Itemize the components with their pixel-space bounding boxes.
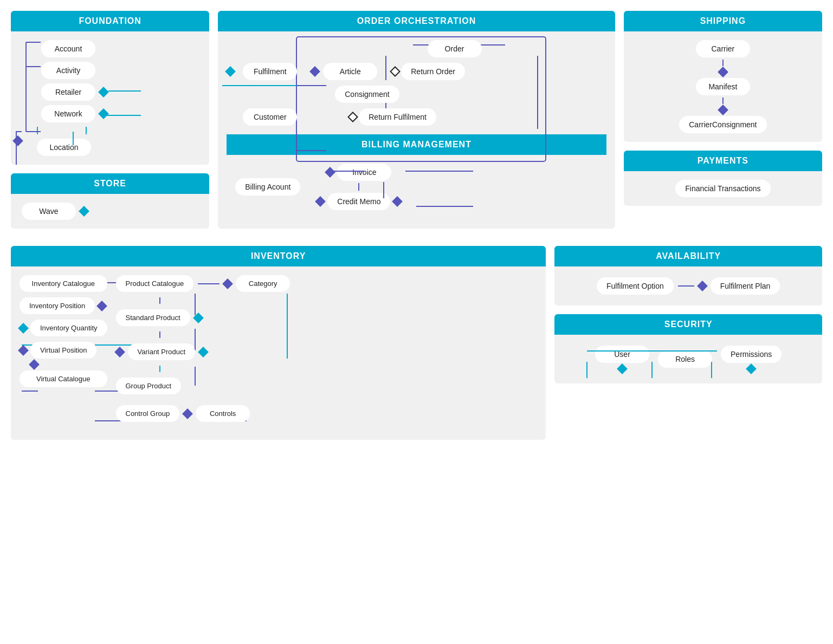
controls-node: Controls <box>196 405 250 422</box>
user-bottom-diamond <box>617 363 628 374</box>
retailer-diamond <box>98 87 109 97</box>
carrier-consignment-node: CarrierConsignment <box>679 116 766 133</box>
location-node: Location <box>37 139 91 156</box>
order-body: Order Fulfilment Article Return Order <box>218 31 615 227</box>
security-nodes: User Roles Permissions <box>563 346 813 373</box>
network-node: Network <box>41 105 95 122</box>
activity-node: Activity <box>41 62 95 79</box>
roles-node: Roles <box>658 350 712 368</box>
network-diamond <box>98 108 109 119</box>
carrier-consignment-diamond <box>718 105 728 115</box>
inv-position-diamond <box>96 301 107 311</box>
order-section: ORDER ORCHESTRATION <box>218 11 615 229</box>
account-node: Account <box>41 40 95 57</box>
credit-memo-right-diamond <box>392 196 403 207</box>
article-node: Article <box>323 63 377 80</box>
order-nodes: Order Fulfilment Article Return Order <box>227 40 606 126</box>
billing-header: BILLING MANAGEMENT <box>227 134 606 155</box>
store-section: STORE Wave <box>11 173 209 229</box>
inventory-left-col: Inventory Catalogue Inventory Position I… <box>20 275 107 422</box>
shipping-body: Carrier Manifest CarrierConsignment <box>624 31 822 142</box>
return-fulfilment-node: Return Fulfilment <box>359 108 436 126</box>
order-row1: Order <box>227 40 606 57</box>
billing-subsection: BILLING MANAGEMENT Billing Acount <box>227 134 606 219</box>
permissions-bottom-diamond <box>746 363 757 374</box>
return-order-node: Return Order <box>401 63 465 80</box>
inventory-position-node: Inventory Position <box>20 297 95 314</box>
inv-quantity-left-diamond <box>18 323 29 334</box>
main-grid: FOUNDATION <box>11 11 822 237</box>
fulfilment-left-diamond <box>225 66 236 77</box>
return-fulfilment-diamond <box>347 112 358 122</box>
billing-body: Billing Acount Invoice Credit Memo <box>227 155 606 219</box>
virtual-position-left-diamond <box>18 345 29 356</box>
inventory-layout: Inventory Catalogue Inventory Position I… <box>20 275 537 422</box>
availability-nodes: Fulfilment Option Fulfilment Plan <box>563 277 813 295</box>
inventory-position-row: Inventory Position <box>20 297 107 314</box>
inventory-body: Inventory Catalogue Inventory Position I… <box>11 266 546 440</box>
foundation-header: FOUNDATION <box>11 11 209 31</box>
store-header: STORE <box>11 173 209 194</box>
network-row: Network <box>22 105 198 122</box>
consignment-node: Consignment <box>335 86 399 103</box>
wave-node: Wave <box>22 203 76 220</box>
availability-diamond <box>697 281 708 291</box>
shipping-header: SHIPPING <box>624 11 822 31</box>
invoice-node: Invoice <box>337 164 391 181</box>
inventory-catalogue-node: Inventory Catalogue <box>20 275 107 292</box>
inventory-header: INVENTORY <box>11 246 546 266</box>
category-left-diamond <box>222 278 233 289</box>
order-row3: Consignment <box>227 86 606 103</box>
virtual-catalogue-node: Virtual Catalogue <box>20 370 107 387</box>
inventory-section: INVENTORY <box>11 246 546 440</box>
right-bottom: AVAILABILITY Fulfilment Option Fulfilmen… <box>554 246 822 440</box>
left-column: FOUNDATION <box>11 11 209 229</box>
standard-product-right-diamond <box>193 313 204 323</box>
invoice-diamond <box>325 167 335 178</box>
retailer-row: Retailer <box>22 83 198 101</box>
payments-header: PAYMENTS <box>624 151 822 171</box>
standard-product-node: Standard Product <box>116 309 190 326</box>
order-row2: Fulfilment Article Return Order <box>227 63 606 80</box>
availability-body: Fulfilment Option Fulfilment Plan <box>554 266 822 305</box>
product-catalogue-row: Product Catalogue Category <box>116 275 290 292</box>
customer-node: Customer <box>243 108 297 126</box>
fulfilment-node: Fulfilment <box>243 63 297 80</box>
return-order-diamond <box>390 66 401 77</box>
variant-product-right-diamond <box>198 347 209 357</box>
group-product-node: Group Product <box>116 378 182 394</box>
group-product-row: Group Product <box>116 378 290 394</box>
permissions-node: Permissions <box>721 346 782 363</box>
variant-product-row: Variant Product <box>116 343 290 360</box>
inventory-quantity-row: Inventory Quantity <box>20 320 107 336</box>
location-row: Location <box>22 127 198 156</box>
inventory-right-col: Product Catalogue Category Standard Prod… <box>116 275 290 422</box>
account-row: Account <box>22 40 198 57</box>
control-row: Control Group Controls <box>116 405 290 422</box>
security-header: SECURITY <box>554 314 822 335</box>
financial-transactions-node: Financial Transactions <box>675 180 770 197</box>
order-row4: Customer Return Fulfilment <box>227 108 606 126</box>
standard-product-row: Standard Product <box>116 309 290 326</box>
variant-product-node: Variant Product <box>128 343 196 360</box>
wave-diamond <box>79 206 89 217</box>
carrier-node: Carrier <box>696 40 750 57</box>
billing-account-node: Billing Acount <box>235 178 300 196</box>
credit-memo-node: Credit Memo <box>327 193 390 210</box>
credit-memo-left-diamond <box>315 196 326 207</box>
category-node: Category <box>236 275 290 292</box>
retailer-node: Retailer <box>41 83 95 101</box>
order-header: ORDER ORCHESTRATION <box>218 11 615 31</box>
inventory-quantity-node: Inventory Quantity <box>30 320 107 336</box>
virtual-position-col: Virtual Position Virtual Catalogue <box>20 342 107 387</box>
fulfilment-plan-node: Fulfilment Plan <box>711 277 780 295</box>
security-section: SECURITY User <box>554 314 822 383</box>
payments-section: PAYMENTS Financial Transactions <box>624 151 822 206</box>
store-body: Wave <box>11 194 209 229</box>
article-top-diamond <box>309 66 320 77</box>
manifest-node: Manifest <box>696 78 750 95</box>
wave-row: Wave <box>22 203 198 220</box>
availability-section: AVAILABILITY Fulfilment Option Fulfilmen… <box>554 246 822 305</box>
order-node: Order <box>428 40 482 57</box>
user-node: User <box>595 346 649 363</box>
